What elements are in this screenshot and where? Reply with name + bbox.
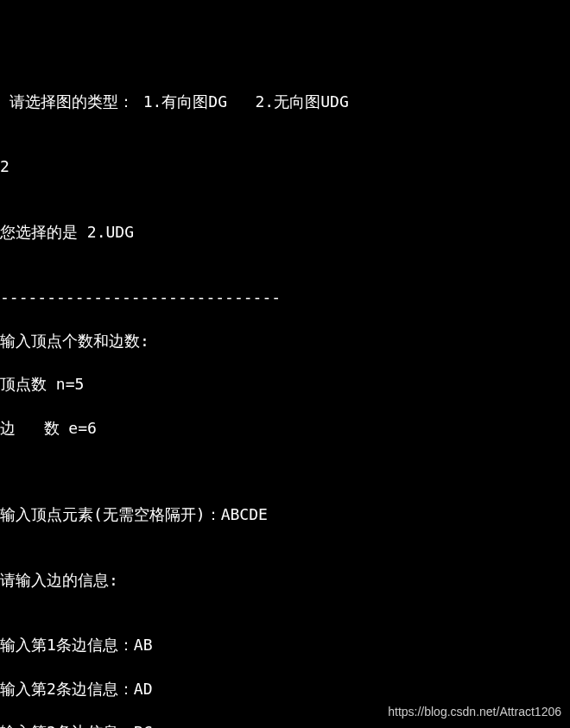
console-line-edge-3: 输入第3条边信息：BC xyxy=(0,721,570,728)
console-line-edge-1: 输入第1条边信息：AB xyxy=(0,634,570,655)
console-line-edge-prompt: 请输入边的信息: xyxy=(0,569,570,591)
console-line-edge-count: 边 数 e=6 xyxy=(0,417,570,439)
console-line-prompt-vertices: 输入顶点个数和边数: xyxy=(0,330,570,351)
console-line-input: 2 xyxy=(0,155,570,177)
console-line-vertex-count: 顶点数 n=5 xyxy=(0,373,570,395)
watermark-text: https://blog.csdn.net/Attract1206 xyxy=(388,704,561,721)
console-line-edge-2: 输入第2条边信息：AD xyxy=(0,678,570,700)
console-line-prompt: 请选择图的类型： 1.有向图DG 2.无向图UDG xyxy=(0,91,570,112)
console-line-vertex-elements: 输入顶点元素(无需空格隔开)：ABCDE xyxy=(0,503,570,525)
console-line-separator: ------------------------------ xyxy=(0,286,570,307)
console-line-selection: 您选择的是 2.UDG xyxy=(0,221,570,243)
